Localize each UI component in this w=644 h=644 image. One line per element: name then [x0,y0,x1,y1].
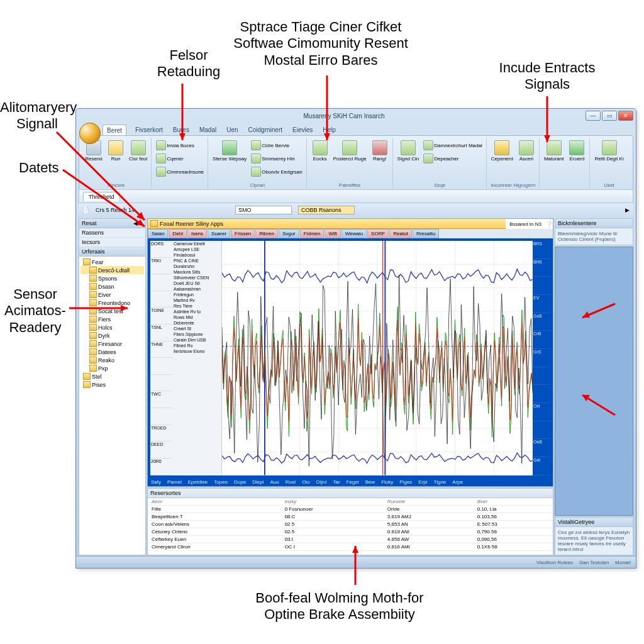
bottom-tab[interactable]: Oio [300,479,311,485]
close-button[interactable]: ✕ [618,111,633,121]
bottom-tab[interactable]: Pamel [165,479,184,485]
viewer-title-bar: Fooal Reener Siliny Apps [148,219,506,229]
bottom-tab[interactable]: Arpe [450,479,465,485]
ribtn-label: Obondv Eedgrsan [262,169,303,175]
bottom-tab[interactable]: Dope [232,479,248,485]
ribbon-btn[interactable]: Sterse Wepsay [211,139,248,163]
svg-marker-9 [324,133,330,140]
tree-node[interactable]: Dyrk [80,331,144,340]
ribbon-group-label: Ciprari [211,182,304,188]
sidebar-section[interactable]: Iecsors [79,238,145,247]
ribbon-btn[interactable]: Smmserey Hin [250,152,304,165]
ribtn-label: Retti Degii Ki [594,156,623,162]
sidebar-section[interactable]: Urferaais [79,247,145,257]
combo-1[interactable]: SMO [235,206,292,214]
tree-node[interactable]: Datees [80,348,144,356]
ribbon-group-label: Uket [593,182,625,188]
ribbon-btn[interactable]: Cqener [155,152,184,165]
tree-node[interactable]: Reako [80,356,144,364]
viewer-tab[interactable]: Suarer [208,229,230,238]
viewer-tab[interactable]: Svgor [279,229,299,238]
svg-marker-17 [352,546,358,553]
bottom-tab[interactable]: Erpl [416,479,429,485]
signal-legend: Camerow EinettAmopee LSEFindabceolPNC & … [172,241,222,475]
bottom-tab[interactable]: Fegel [345,479,361,485]
viewer-title: Fooal Reener Siliny Apps [160,221,223,227]
right-scale: BR3BR6EVGxBOrBGrSCelOeBGel [533,241,550,475]
viewer-tab[interactable]: Reatot [389,229,412,238]
sub-tab-bar: Threchetd [79,189,633,203]
bottom-tab[interactable]: Safy [149,479,163,485]
bottom-tab[interactable]: Piges [397,479,414,485]
ribbon-btn[interactable]: Rang! [370,139,390,163]
annotation-bottom-callout: Boof-feal Wolming Moth-for Optine Brake … [239,590,440,623]
ribtn-label: Smmserey Hin [262,156,294,162]
main-area: Fooal Reener Siliny Apps Bssared In N3 ❔… [147,218,553,555]
viewer-tabs: SaianDeblIsensSuarerFrissenRibrenSvgorFi… [148,229,553,238]
viewer-tab[interactable]: Rresatto [413,229,439,238]
app-window: Musareriy SKiH Cam Insarch — ▭ ✕ Beret F… [75,108,636,569]
bottom-tab[interactable]: Floky [379,479,395,485]
menu-item[interactable]: Madal [198,125,218,136]
ribtn-label: Eocks [313,156,327,162]
tree-node[interactable]: Firesanor [80,340,144,348]
tree-node[interactable]: Spsons [80,274,144,282]
bottom-tab[interactable]: Oljrd [314,479,329,485]
viewer-tab[interactable]: Debl [169,229,186,238]
bottom-tab[interactable]: Rost [284,479,297,485]
maximize-button[interactable]: ▭ [602,111,617,121]
ribbon-btn[interactable]: Obondv Eedgrsan [250,165,304,178]
bottom-tab[interactable]: Diepl [250,479,265,485]
ribtn-label: Rang! [373,156,386,162]
tree-node[interactable]: Descô-Ldtall [80,266,144,274]
right-blue-panel[interactable] [555,247,633,516]
bottom-tab[interactable]: Bew [364,479,377,485]
viewer-tab[interactable]: Isens [187,229,207,238]
tree-node[interactable]: Fear [80,258,144,266]
chevron-right-icon[interactable]: ▶ [625,207,630,213]
ribbon-btn[interactable]: Cidre Bervie [250,139,304,152]
plot-canvas[interactable] [222,241,533,475]
viewer-tab[interactable]: Frissen [231,229,255,238]
viewer-tab[interactable]: Ribren [255,229,278,238]
ribbon-group: Sterse Wepsay Cidre Bervie Smmserey Hin … [209,138,307,189]
ribbon-btn[interactable]: Retti Degii Ki [593,139,625,163]
ribbon-btn[interactable]: Depeacher [422,152,483,165]
tree-node[interactable]: Pxp [80,364,144,372]
ribtn-label: Cqener [167,156,183,162]
address-bar: 📄 Crs 5 Resch 14 SMO COBB Rsanons ▶ [79,203,633,217]
bottom-tab[interactable]: Tigne [432,479,448,485]
signal-icon [401,140,416,155]
menu-item[interactable]: Eievles [291,125,314,136]
ribbon-btn[interactable]: Asceri [516,139,536,163]
minimize-button[interactable]: — [586,111,601,121]
ribbon-btn[interactable]: Eroerd [567,139,587,163]
doc-icon [156,140,166,150]
ribbon-btn[interactable]: Cepenerd [490,139,514,163]
ribbon-btn[interactable]: Cimmreadnsone [155,165,205,178]
viewer-tab[interactable]: Wewalo [341,229,367,238]
viewer-tab[interactable]: Fidmen [300,229,325,238]
viewer-tab[interactable]: Wifl [325,229,340,238]
menu-item[interactable]: Coidgrninert [247,125,284,136]
bottom-tab[interactable]: Auo [268,479,280,485]
combo-2[interactable]: COBB Rsanons [298,206,355,214]
menu-item[interactable]: Uen [225,125,239,136]
right-panel-2: VistaltiGetryee Ces ge zol airless terys… [555,517,633,555]
ribbon-group: Retti Degii Ki Uket [591,138,627,189]
tree-node[interactable]: Holcs [80,323,144,331]
help-icon[interactable]: ❔ [545,221,553,228]
arrow [577,299,621,324]
bottom-tab[interactable]: Tar [331,479,341,485]
tree-node[interactable]: Pises [80,380,144,389]
tree-node[interactable]: Dsasn [80,282,144,291]
ribtn-label: Cidre Bervie [262,143,289,148]
ribbon-btn[interactable]: Signd Cin [396,139,421,163]
tree-node[interactable]: Stel [80,372,144,380]
bottom-tab[interactable]: Topee [212,479,230,485]
doc-icon [156,153,166,164]
svg-marker-7 [179,133,186,140]
viewer-tab[interactable]: SORF [367,229,389,238]
ribbon-btn[interactable]: Damnextrchurt Madal [422,139,483,152]
bottom-tab[interactable]: Epetdlee [186,479,210,485]
